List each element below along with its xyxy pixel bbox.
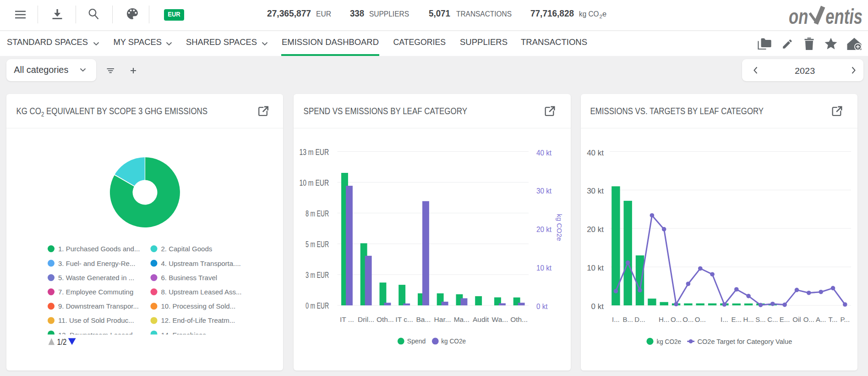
svg-text:I...: I...: [721, 315, 728, 323]
svg-text:TRANSACTIONS: TRANSACTIONS: [521, 38, 587, 47]
svg-text:SUPPLIERS: SUPPLIERS: [369, 10, 409, 18]
svg-text:P...: P...: [841, 315, 850, 323]
svg-text:1. Purchased Goods and...: 1. Purchased Goods and...: [58, 245, 140, 253]
svg-text:10 m EUR: 10 m EUR: [299, 178, 329, 188]
svg-text:Oth...: Oth...: [510, 315, 528, 323]
svg-text:MY SPACES: MY SPACES: [114, 38, 162, 47]
svg-text:All categories: All categories: [14, 65, 68, 75]
svg-text:27,365,877: 27,365,877: [267, 8, 311, 18]
svg-text:0 m EUR: 0 m EUR: [306, 301, 329, 310]
svg-text:13. Downstream Leased...: 13. Downstream Leased...: [58, 331, 138, 339]
svg-text:8 m EUR: 8 m EUR: [306, 209, 329, 218]
svg-text:1/2: 1/2: [57, 337, 67, 347]
svg-text:Oth...: Oth...: [377, 315, 394, 323]
svg-text:10 kt: 10 kt: [587, 264, 604, 272]
svg-text:3. Fuel- and Energy-Re...: 3. Fuel- and Energy-Re...: [58, 260, 135, 267]
svg-text:I...: I...: [612, 315, 620, 323]
svg-text:TRANSACTIONS: TRANSACTIONS: [456, 10, 512, 18]
svg-text:6. Business Travel: 6. Business Travel: [161, 274, 218, 282]
svg-text:5 m EUR: 5 m EUR: [306, 240, 329, 249]
svg-text:Spend: Spend: [407, 337, 426, 345]
svg-text:CO2e Target for Category Value: CO2e Target for Category Value: [698, 337, 792, 345]
svg-text:9. Downstream Transpor...: 9. Downstream Transpor...: [58, 302, 139, 310]
svg-text:A...: A...: [816, 315, 826, 323]
svg-text:E...: E...: [780, 315, 790, 323]
svg-text:12. End-of-Life Treatm...: 12. End-of-Life Treatm...: [161, 316, 235, 324]
svg-text:O...: O...: [695, 315, 706, 323]
svg-text:10. Processing of Sold...: 10. Processing of Sold...: [161, 302, 236, 310]
svg-text:EMISSION DASHBOARD: EMISSION DASHBOARD: [282, 38, 379, 47]
svg-text:Audit: Audit: [473, 315, 489, 323]
svg-text:S...: S...: [755, 315, 766, 323]
svg-text:Oil: Oil: [792, 315, 801, 323]
svg-text:40 kt: 40 kt: [536, 149, 551, 157]
svg-text:IT c...: IT c...: [395, 315, 413, 323]
svg-text:E...: E...: [732, 315, 742, 323]
svg-text:O...: O...: [682, 315, 693, 323]
svg-text:0 kt: 0 kt: [536, 302, 548, 310]
svg-text:7. Employee Commuting: 7. Employee Commuting: [58, 288, 133, 296]
svg-text:2. Capital Goods: 2. Capital Goods: [161, 245, 213, 253]
svg-text:30 kt: 30 kt: [536, 187, 551, 195]
svg-text:SHARED SPACES: SHARED SPACES: [186, 38, 257, 47]
svg-text:14. Franchises: 14. Franchises: [161, 331, 206, 339]
svg-text:SPEND VS EMISSIONS BY LEAF CAT: SPEND VS EMISSIONS BY LEAF CATEGORY: [304, 105, 467, 116]
svg-text:0 kt: 0 kt: [591, 302, 604, 311]
svg-text:30 kt: 30 kt: [587, 187, 604, 195]
svg-text:H...: H...: [659, 315, 669, 323]
svg-text:EUR: EUR: [168, 11, 180, 18]
svg-text:D...: D...: [634, 315, 645, 323]
svg-text:77,716,828: 77,716,828: [530, 8, 574, 18]
svg-text:40 kt: 40 kt: [587, 149, 604, 157]
svg-text:CATEGORIES: CATEGORIES: [393, 38, 446, 47]
svg-text:on: on: [789, 4, 808, 28]
svg-text:IT ...: IT ...: [340, 315, 354, 323]
svg-text:B...: B...: [622, 315, 633, 323]
svg-text:8. Upstream Leased Ass...: 8. Upstream Leased Ass...: [161, 288, 242, 296]
svg-text:Har...: Har...: [434, 315, 451, 323]
svg-text:STANDARD SPACES: STANDARD SPACES: [7, 38, 88, 47]
svg-text:11. Use of Sold Produc...: 11. Use of Sold Produc...: [58, 316, 134, 324]
svg-text:kg CO2e: kg CO2e: [556, 214, 563, 241]
svg-text:C...: C...: [767, 315, 778, 323]
svg-text:EUR: EUR: [316, 10, 331, 18]
svg-text:e: e: [602, 10, 606, 18]
svg-text:13 m EUR: 13 m EUR: [299, 148, 329, 157]
svg-text:kg CO2e: kg CO2e: [441, 337, 466, 345]
svg-text:SUPPLIERS: SUPPLIERS: [460, 38, 508, 47]
svg-text:20 kt: 20 kt: [587, 225, 604, 234]
svg-text:EMISSIONS VS. TARGETS BY LEAF: EMISSIONS VS. TARGETS BY LEAF CATEGORY: [590, 105, 764, 116]
svg-text:4. Upstream Transporta....: 4. Upstream Transporta....: [161, 260, 241, 267]
svg-text:EQUIVALENT BY SCOPE 3 GHG EMIS: EQUIVALENT BY SCOPE 3 GHG EMISSIONS: [46, 105, 207, 116]
svg-text:Dril...: Dril...: [358, 315, 374, 323]
svg-text:T...: T...: [828, 315, 837, 323]
svg-text:20 kt: 20 kt: [536, 225, 551, 233]
svg-text:10 kt: 10 kt: [536, 264, 551, 272]
svg-text:338: 338: [350, 8, 364, 18]
svg-text:2: 2: [41, 111, 44, 118]
svg-text:kg CO: kg CO: [579, 10, 599, 18]
svg-text:O...: O...: [803, 315, 814, 323]
svg-text:Ma...: Ma...: [454, 315, 469, 323]
svg-text:Wa...: Wa...: [492, 315, 508, 323]
svg-text:Ba...: Ba...: [416, 315, 431, 323]
svg-text:KG CO: KG CO: [16, 105, 41, 116]
svg-text:5,071: 5,071: [429, 8, 450, 18]
svg-text:O...: O...: [671, 315, 682, 323]
svg-text:2: 2: [600, 14, 602, 19]
svg-text:2023: 2023: [795, 66, 815, 76]
svg-text:3 m EUR: 3 m EUR: [306, 271, 329, 280]
svg-text:5. Waste Generated in ...: 5. Waste Generated in ...: [58, 274, 134, 282]
svg-text:entis: entis: [825, 4, 863, 28]
svg-text:H...: H...: [743, 315, 753, 323]
svg-text:kg CO2e: kg CO2e: [656, 337, 681, 345]
